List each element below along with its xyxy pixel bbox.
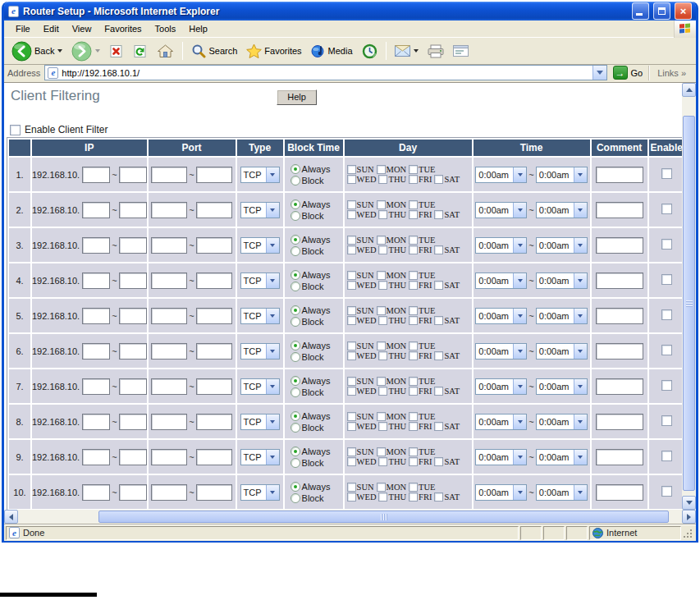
history-button[interactable] bbox=[358, 42, 382, 61]
day-checkbox-tue[interactable]: TUE bbox=[409, 306, 435, 315]
port-to-input[interactable] bbox=[196, 484, 232, 501]
enable-checkbox[interactable] bbox=[661, 309, 672, 320]
day-checkbox-tue[interactable]: TUE bbox=[409, 377, 435, 386]
port-from-input[interactable] bbox=[151, 484, 187, 501]
day-checkbox-tue[interactable]: TUE bbox=[409, 341, 435, 350]
ip-from-input[interactable] bbox=[82, 378, 110, 395]
type-select[interactable]: TCP bbox=[240, 308, 280, 324]
day-checkbox-sun[interactable]: SUN bbox=[347, 200, 374, 209]
day-checkbox-fri[interactable]: FRI bbox=[409, 492, 432, 502]
port-to-input[interactable] bbox=[196, 308, 232, 324]
comment-input[interactable] bbox=[596, 237, 643, 254]
day-checkbox-wed[interactable]: WED bbox=[347, 422, 377, 431]
day-checkbox-mon[interactable]: MON bbox=[377, 412, 407, 421]
port-from-input[interactable] bbox=[151, 449, 187, 465]
horizontal-scrollbar[interactable] bbox=[4, 510, 696, 524]
enable-checkbox[interactable] bbox=[661, 274, 672, 285]
time-from-select[interactable]: 0:00am bbox=[475, 343, 527, 360]
block-time-block-radio[interactable]: Block bbox=[291, 387, 324, 397]
day-checkbox-tue[interactable]: TUE bbox=[409, 412, 435, 421]
forward-button[interactable] bbox=[67, 39, 104, 63]
day-checkbox-mon[interactable]: MON bbox=[377, 447, 407, 456]
vertical-scroll-thumb[interactable] bbox=[683, 116, 695, 491]
block-time-always-radio[interactable]: Always bbox=[291, 411, 331, 421]
block-time-block-radio[interactable]: Block bbox=[291, 423, 324, 433]
port-from-input[interactable] bbox=[151, 378, 187, 395]
port-to-input[interactable] bbox=[196, 237, 232, 254]
type-select[interactable]: TCP bbox=[240, 273, 280, 289]
block-time-always-radio[interactable]: Always bbox=[291, 447, 331, 456]
port-to-input[interactable] bbox=[196, 202, 232, 218]
close-button[interactable]: × bbox=[675, 2, 692, 20]
type-select[interactable]: TCP bbox=[240, 343, 280, 360]
port-from-input[interactable] bbox=[151, 343, 187, 360]
ip-to-input[interactable] bbox=[119, 378, 147, 395]
block-time-block-radio[interactable]: Block bbox=[291, 176, 324, 185]
block-time-always-radio[interactable]: Always bbox=[291, 199, 331, 209]
time-to-select[interactable]: 0:00am bbox=[536, 414, 588, 430]
day-checkbox-thu[interactable]: THU bbox=[378, 422, 406, 431]
home-button[interactable] bbox=[153, 42, 178, 61]
time-from-select[interactable]: 0:00am bbox=[475, 414, 527, 430]
day-checkbox-tue[interactable]: TUE bbox=[409, 200, 435, 209]
block-time-block-radio[interactable]: Block bbox=[291, 352, 324, 362]
ip-from-input[interactable] bbox=[82, 202, 110, 218]
media-button[interactable]: Media bbox=[307, 42, 357, 60]
time-to-select[interactable]: 0:00am bbox=[536, 378, 588, 395]
go-button[interactable]: → Go bbox=[611, 66, 645, 80]
day-checkbox-thu[interactable]: THU bbox=[378, 351, 406, 360]
day-checkbox-sun[interactable]: SUN bbox=[347, 377, 374, 386]
ip-to-input[interactable] bbox=[119, 202, 147, 218]
time-to-select[interactable]: 0:00am bbox=[536, 449, 588, 465]
port-from-input[interactable] bbox=[151, 237, 187, 254]
time-from-select[interactable]: 0:00am bbox=[475, 202, 527, 218]
day-checkbox-tue[interactable]: TUE bbox=[409, 236, 435, 245]
ip-to-input[interactable] bbox=[119, 308, 147, 324]
day-checkbox-thu[interactable]: THU bbox=[378, 245, 406, 254]
day-checkbox-fri[interactable]: FRI bbox=[409, 316, 432, 325]
day-checkbox-fri[interactable]: FRI bbox=[409, 351, 432, 360]
maximize-button[interactable] bbox=[653, 2, 670, 20]
day-checkbox-sun[interactable]: SUN bbox=[347, 306, 374, 315]
type-select[interactable]: TCP bbox=[240, 449, 280, 465]
time-to-select[interactable]: 0:00am bbox=[536, 273, 588, 289]
comment-input[interactable] bbox=[596, 449, 643, 465]
day-checkbox-mon[interactable]: MON bbox=[377, 165, 407, 174]
port-to-input[interactable] bbox=[196, 378, 232, 395]
day-checkbox-wed[interactable]: WED bbox=[347, 351, 377, 360]
comment-input[interactable] bbox=[596, 167, 643, 183]
block-time-block-radio[interactable]: Block bbox=[291, 317, 324, 327]
block-time-always-radio[interactable]: Always bbox=[291, 164, 331, 174]
enable-checkbox[interactable] bbox=[661, 168, 672, 179]
time-from-select[interactable]: 0:00am bbox=[475, 273, 527, 289]
time-to-select[interactable]: 0:00am bbox=[536, 484, 588, 501]
search-button[interactable]: Search bbox=[187, 42, 241, 60]
day-checkbox-sun[interactable]: SUN bbox=[347, 483, 374, 492]
resize-grip[interactable] bbox=[683, 527, 693, 539]
ip-from-input[interactable] bbox=[82, 484, 110, 501]
port-from-input[interactable] bbox=[151, 308, 187, 324]
day-checkbox-mon[interactable]: MON bbox=[377, 200, 407, 209]
ip-from-input[interactable] bbox=[82, 449, 110, 465]
block-time-block-radio[interactable]: Block bbox=[291, 211, 324, 221]
address-dropdown-button[interactable] bbox=[592, 66, 606, 80]
port-from-input[interactable] bbox=[151, 414, 187, 430]
day-checkbox-thu[interactable]: THU bbox=[378, 175, 406, 184]
day-checkbox-sun[interactable]: SUN bbox=[347, 271, 374, 280]
day-checkbox-wed[interactable]: WED bbox=[347, 210, 377, 219]
day-checkbox-sat[interactable]: SAT bbox=[434, 492, 460, 502]
port-from-input[interactable] bbox=[151, 273, 187, 289]
type-select[interactable]: TCP bbox=[240, 484, 280, 501]
block-time-always-radio[interactable]: Always bbox=[291, 376, 331, 386]
comment-input[interactable] bbox=[596, 202, 643, 218]
links-button[interactable]: Links » bbox=[648, 66, 693, 80]
day-checkbox-tue[interactable]: TUE bbox=[409, 271, 435, 280]
edit-button[interactable] bbox=[449, 44, 473, 59]
day-checkbox-fri[interactable]: FRI bbox=[409, 387, 432, 396]
day-checkbox-wed[interactable]: WED bbox=[347, 175, 377, 184]
day-checkbox-sat[interactable]: SAT bbox=[434, 351, 460, 360]
type-select[interactable]: TCP bbox=[240, 237, 280, 254]
port-to-input[interactable] bbox=[196, 273, 232, 289]
day-checkbox-wed[interactable]: WED bbox=[347, 316, 377, 325]
ip-from-input[interactable] bbox=[82, 167, 110, 183]
